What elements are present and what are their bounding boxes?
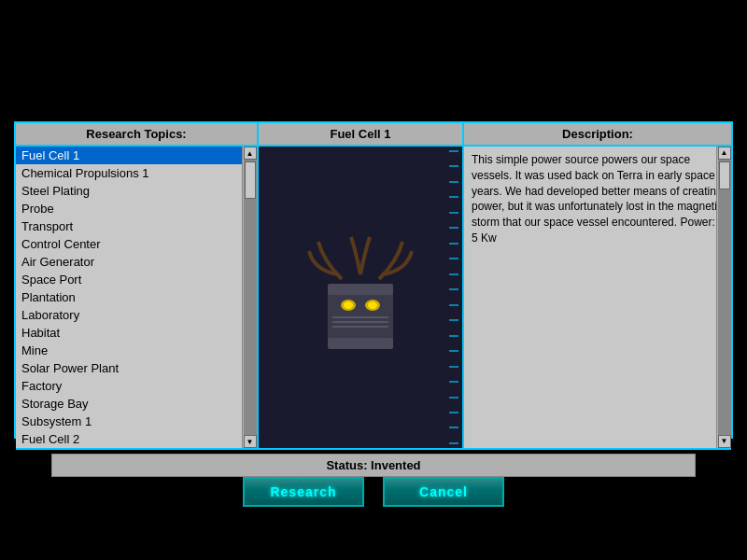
- svg-point-5: [344, 301, 353, 309]
- list-container: Fuel Cell 1Chemical Propulsions 1Steel P…: [16, 147, 257, 448]
- research-topics-header: Research Topics:: [16, 123, 257, 147]
- desc-scroll-track: [718, 160, 731, 435]
- research-button[interactable]: Research: [243, 477, 364, 507]
- scroll-down-arrow[interactable]: ▼: [244, 435, 257, 448]
- item-name-header: Fuel Cell 1: [259, 123, 462, 147]
- cancel-button[interactable]: Cancel: [383, 477, 504, 507]
- svg-rect-8: [332, 321, 388, 323]
- svg-point-6: [368, 301, 377, 309]
- research-dialog: Research Topics: Fuel Cell 1Chemical Pro…: [14, 121, 733, 439]
- button-row: Research Cancel: [243, 477, 504, 507]
- svg-rect-2: [328, 338, 393, 349]
- middle-panel: Fuel Cell 1: [259, 123, 464, 448]
- desc-scroll-up[interactable]: ▲: [718, 147, 731, 160]
- scroll-thumb[interactable]: [245, 161, 256, 199]
- desc-scroll-down[interactable]: ▼: [718, 435, 731, 448]
- list-item[interactable]: Solar Power Plant: [16, 359, 242, 377]
- list-item[interactable]: Subsystem 1: [16, 413, 242, 430]
- desc-scrollbar[interactable]: ▲ ▼: [716, 147, 731, 448]
- status-bar: Status: Invented: [51, 454, 695, 477]
- research-list[interactable]: Fuel Cell 1Chemical Propulsions 1Steel P…: [16, 147, 242, 448]
- list-item[interactable]: Fuel Cell 2: [16, 430, 242, 448]
- description-header: Description:: [464, 123, 731, 147]
- list-item[interactable]: Transport: [16, 217, 242, 235]
- desc-scroll-thumb[interactable]: [719, 161, 730, 189]
- bottom-area: Status: Invented Research Cancel: [16, 450, 731, 511]
- svg-rect-9: [332, 326, 388, 328]
- fuel-cell-image: [304, 232, 416, 363]
- list-item[interactable]: Control Center: [16, 235, 242, 253]
- list-item[interactable]: Probe: [16, 200, 242, 217]
- list-item[interactable]: Habitat: [16, 324, 242, 342]
- left-panel: Research Topics: Fuel Cell 1Chemical Pro…: [16, 123, 259, 448]
- list-item[interactable]: Factory: [16, 377, 242, 395]
- list-item[interactable]: Air Generator: [16, 253, 242, 271]
- dialog-main: Research Topics: Fuel Cell 1Chemical Pro…: [16, 123, 731, 450]
- list-scrollbar[interactable]: ▲ ▼: [242, 147, 257, 448]
- description-area: This simple power source powers our spac…: [464, 147, 731, 448]
- description-text: This simple power source powers our spac…: [472, 153, 723, 245]
- list-item[interactable]: Laboratory: [16, 306, 242, 324]
- image-decoration-lines: [449, 147, 462, 448]
- list-item[interactable]: Fuel Cell 1: [16, 147, 242, 164]
- list-item[interactable]: Storage Bay: [16, 395, 242, 413]
- list-item[interactable]: Space Port: [16, 271, 242, 288]
- svg-rect-1: [328, 284, 393, 295]
- scroll-up-arrow[interactable]: ▲: [244, 147, 257, 160]
- right-panel: Description: This simple power source po…: [464, 123, 731, 448]
- svg-rect-7: [332, 316, 388, 318]
- list-item[interactable]: Chemical Propulsions 1: [16, 164, 242, 182]
- list-item[interactable]: Steel Plating: [16, 182, 242, 200]
- list-item[interactable]: Plantation: [16, 288, 242, 306]
- list-item[interactable]: Mine: [16, 342, 242, 359]
- item-image-area: [259, 147, 462, 448]
- scroll-track: [244, 160, 257, 435]
